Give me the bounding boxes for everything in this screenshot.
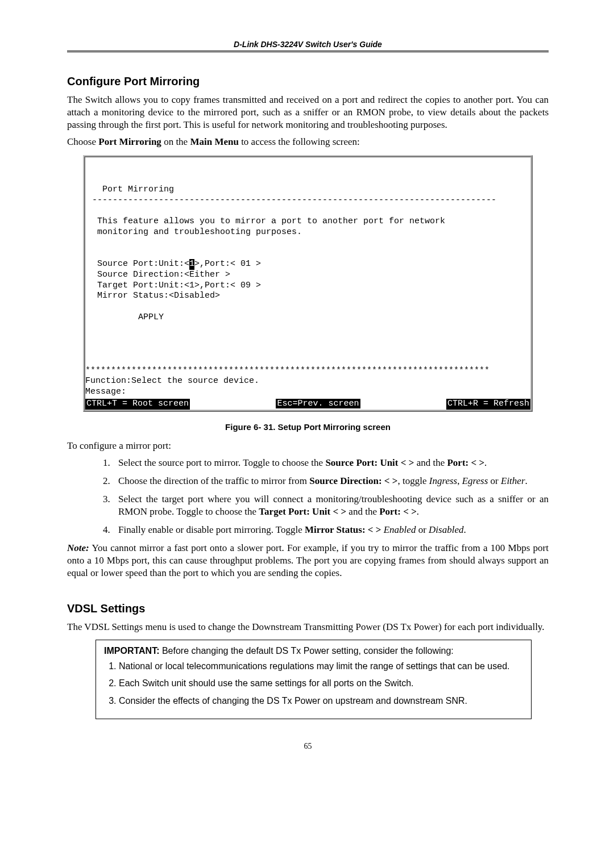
important-list: National or local telecommunications reg… [104,661,523,707]
note-label: Note: [67,542,89,553]
s4i1: Enabled [384,524,416,535]
note-paragraph: Note: You cannot mirror a fast port onto… [67,542,549,579]
term-top: Port Mirroring -------------------------… [85,174,530,366]
step-1: Select the source port to mirror. Toggle… [113,457,549,469]
s2a: Choose the direction of the traffic to m… [118,475,309,486]
s3d: . [417,506,419,517]
header-rule-bottom [67,52,549,52]
s1c: and the [414,457,447,468]
msg: Message: [85,387,126,397]
s2b1: Source Direction: < > [309,475,397,486]
vdsl-p1: The VDSL Settings menu is used to change… [67,621,549,633]
s4d: or [416,524,429,535]
note-text: You cannot mirror a fast port onto a slo… [67,542,549,578]
term-cursor: 1 [189,259,194,270]
figure-caption: Figure 6- 31. Setup Port Mirroring scree… [67,422,549,432]
s2f: . [525,475,528,486]
section-title-vdsl: VDSL Settings [67,602,549,615]
term-desc1: This feature allows you to mirror a port… [97,216,445,226]
step-4: Finally enable or disable port mirroring… [113,524,549,536]
page-number: 65 [67,742,549,751]
term-title: Port Mirroring [102,185,174,194]
terminal-screenshot: Port Mirroring -------------------------… [83,155,533,411]
s2i1: Ingress [429,475,457,486]
s2i3: Either [501,475,525,486]
s1a: Select the source port to mirror. Toggle… [118,457,325,468]
s2e: or [488,475,501,486]
s3c: and the [346,506,379,517]
header-rule-top [67,51,549,51]
s2i2: Egress [462,475,488,486]
mirror-status: Mirror Status:<Disabled> [97,291,220,301]
configure-steps: Select the source port to mirror. Toggle… [67,457,549,536]
src-dir: Source Direction:<Either > [97,270,230,279]
important-label: IMPORTANT: [104,646,159,656]
important-2: Each Switch unit should use the same set… [119,678,523,690]
term-desc2: monitoring and troubleshooting purposes. [97,227,302,237]
p2-pre: Choose [67,136,98,147]
important-rest: Before changing the default DS Tx Power … [159,646,453,656]
p2-post: to access the following screen: [239,136,360,147]
term-bottom: ****************************************… [85,366,530,410]
src-post: >,Port:< 01 > [194,259,261,269]
important-1: National or local telecommunications reg… [119,661,523,673]
stars: ****************************************… [85,366,489,375]
step-3: Select the target port where you will co… [113,493,549,518]
s4i2: Disabled [429,524,463,535]
s4b1: Mirror Status: < > [305,524,381,535]
src-pre: Source Port:Unit:< [97,259,189,269]
sb-mid: Esc=Prev. screen [276,399,360,408]
tgt: Target Port:Unit:<1>,Port:< 09 > [97,281,261,290]
important-box: IMPORTANT: Before changing the default D… [96,640,532,719]
s4e: . [463,524,466,535]
sb-mid-wrap: Esc=Prev. screen [190,399,446,410]
important-3: Consider the effects of changing the DS … [119,695,523,707]
step-2: Choose the direction of the traffic to m… [113,475,549,487]
s3b2: Port: < > [379,506,417,517]
func: Function:Select the source device. [85,376,259,386]
terminal-content: Port Mirroring -------------------------… [85,157,530,409]
term-rule: ----------------------------------------… [92,195,496,205]
important-heading: IMPORTANT: Before changing the default D… [104,646,523,656]
config-intro: To configure a mirror port: [67,440,549,452]
page: D-Link DHS-3224V Switch User's Guide Con… [0,0,614,774]
sb-left: CTRL+T = Root screen [85,399,190,410]
s1d: . [484,457,487,468]
s2d: , [457,475,462,486]
s1b1: Source Port: Unit < > [325,457,414,468]
s1b2: Port: < > [447,457,484,468]
p2-b1: Port Mirroring [98,136,161,147]
s2c: , toggle [397,475,429,486]
sb-right: CTRL+R = Refresh [446,399,530,410]
p2-b2: Main Menu [190,136,238,147]
apply: APPLY [92,312,164,322]
s4a: Finally enable or disable port mirroring… [118,524,305,535]
p2-mid: on the [161,136,190,147]
section-title-port-mirroring: Configure Port Mirroring [67,75,549,88]
intro-p2: Choose Port Mirroring on the Main Menu t… [67,136,549,148]
status-bar: CTRL+T = Root screenEsc=Prev. screenCTRL… [85,399,530,410]
intro-p1: The Switch allows you to copy frames tra… [67,94,549,131]
s3b1: Target Port: Unit < > [259,506,346,517]
running-header: D-Link DHS-3224V Switch User's Guide [67,40,549,49]
